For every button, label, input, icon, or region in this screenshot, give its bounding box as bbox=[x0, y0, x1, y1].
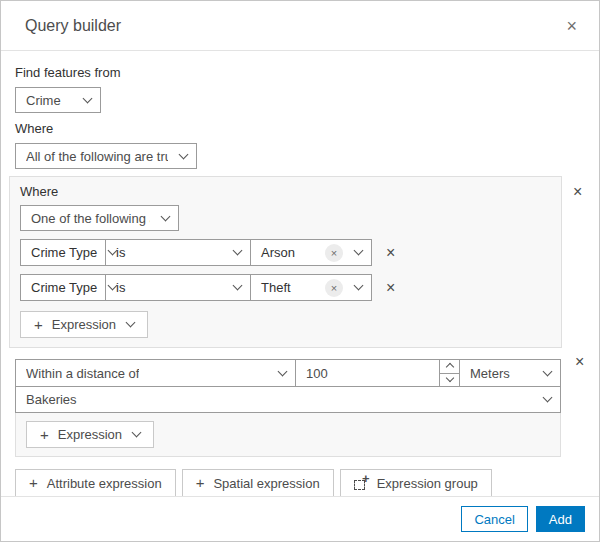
remove-expression-icon[interactable]: × bbox=[384, 245, 397, 261]
remove-value-chip-icon[interactable]: × bbox=[325, 279, 343, 297]
spatial-expression-label: Spatial expression bbox=[213, 476, 319, 491]
where-label: Where bbox=[15, 121, 585, 136]
stepper-buttons bbox=[439, 360, 459, 386]
spatial-mode-select[interactable]: Within a distance of bbox=[15, 359, 296, 387]
field-select[interactable]: Crime Type bbox=[20, 239, 106, 266]
chevron-down-icon bbox=[233, 246, 243, 256]
cancel-button[interactable]: Cancel bbox=[461, 506, 527, 532]
remove-expression-icon[interactable]: × bbox=[384, 280, 397, 296]
find-features-from-label: Find features from bbox=[15, 65, 585, 80]
plus-icon: + bbox=[196, 474, 205, 491]
units-select[interactable]: Meters bbox=[459, 359, 561, 387]
match-mode-value: All of the following are true bbox=[26, 149, 168, 164]
close-icon[interactable]: × bbox=[562, 17, 581, 35]
chevron-down-icon bbox=[179, 149, 189, 159]
chevron-down-icon bbox=[233, 281, 243, 291]
chevron-up-icon bbox=[445, 363, 453, 371]
builder-actions: + Attribute expression + Spatial express… bbox=[15, 469, 585, 497]
operator-select[interactable]: is bbox=[105, 239, 251, 266]
chevron-down-icon bbox=[161, 211, 171, 221]
stepper-down-button[interactable] bbox=[440, 373, 459, 387]
plus-icon: + bbox=[29, 474, 38, 491]
source-layer-select[interactable]: Crime bbox=[15, 87, 101, 113]
value-text: Arson bbox=[261, 245, 295, 260]
add-spatial-expression-button[interactable]: + Spatial expression bbox=[182, 469, 334, 497]
remove-value-chip-icon[interactable]: × bbox=[325, 244, 343, 262]
expression-group: Where One of the following are tr… Crime… bbox=[9, 176, 562, 348]
field-value: Crime Type bbox=[31, 245, 97, 260]
query-builder-dialog: Query builder × Find features from Crime… bbox=[0, 0, 600, 542]
add-expression-button[interactable]: + Expression bbox=[20, 311, 148, 338]
expression-row: Crime Type is Theft × bbox=[20, 274, 372, 301]
chevron-down-icon bbox=[126, 318, 136, 328]
chevron-down-icon bbox=[278, 366, 288, 376]
operator-value: is bbox=[116, 280, 125, 295]
add-expression-label: Expression bbox=[58, 427, 122, 442]
field-select[interactable]: Crime Type bbox=[20, 274, 106, 301]
add-expression-label: Expression bbox=[52, 317, 116, 332]
target-layer-select[interactable]: Bakeries bbox=[15, 386, 561, 413]
spatial-expression-group: Within a distance of Meters bbox=[15, 359, 561, 457]
target-layer-value: Bakeries bbox=[26, 392, 77, 407]
chevron-down-icon bbox=[354, 246, 364, 256]
expression-row-wrap: Crime Type is Theft × × bbox=[20, 274, 551, 301]
add-expression-group-button[interactable]: + Expression group bbox=[340, 469, 492, 497]
add-expression-button[interactable]: + Expression bbox=[26, 421, 154, 448]
page-title: Query builder bbox=[25, 17, 121, 35]
target-layer-row: Bakeries bbox=[15, 386, 561, 413]
group-match-mode-select[interactable]: One of the following are tr… bbox=[20, 205, 179, 231]
distance-input[interactable] bbox=[296, 360, 439, 386]
chevron-down-icon bbox=[83, 93, 93, 103]
plus-icon: + bbox=[34, 316, 43, 333]
chevron-down-icon bbox=[543, 366, 553, 376]
attribute-expression-label: Attribute expression bbox=[47, 476, 162, 491]
units-value: Meters bbox=[470, 366, 510, 381]
spatial-mode-value: Within a distance of bbox=[26, 366, 139, 381]
spatial-expression-row: Within a distance of Meters bbox=[15, 348, 585, 457]
spatial-group-footer: + Expression bbox=[15, 412, 561, 457]
distance-row: Within a distance of Meters bbox=[15, 359, 561, 387]
add-attribute-expression-button[interactable]: + Attribute expression bbox=[15, 469, 176, 497]
group-where-label: Where bbox=[20, 184, 551, 199]
expression-row-wrap: Crime Type is Arson × × bbox=[20, 239, 551, 266]
dialog-footer: Cancel Add bbox=[1, 496, 599, 541]
value-select[interactable]: Arson × bbox=[250, 239, 372, 266]
operator-value: is bbox=[116, 245, 125, 260]
value-select[interactable]: Theft × bbox=[250, 274, 372, 301]
expression-group-label: Expression group bbox=[377, 476, 478, 491]
value-text: Theft bbox=[261, 280, 291, 295]
plus-icon: + bbox=[40, 426, 49, 443]
operator-select[interactable]: is bbox=[105, 274, 251, 301]
chevron-down-icon bbox=[445, 374, 453, 382]
remove-group-icon[interactable]: × bbox=[571, 184, 584, 200]
dialog-header: Query builder × bbox=[1, 1, 599, 51]
field-value: Crime Type bbox=[31, 280, 97, 295]
chevron-down-icon bbox=[132, 428, 142, 438]
remove-spatial-group-icon[interactable]: × bbox=[573, 354, 586, 370]
dialog-body: Find features from Crime Where All of th… bbox=[1, 51, 599, 497]
chevron-down-icon bbox=[543, 393, 553, 403]
expression-group-row: Where One of the following are tr… Crime… bbox=[15, 176, 585, 348]
stepper-up-button[interactable] bbox=[440, 360, 459, 373]
chevron-down-icon bbox=[354, 281, 364, 291]
distance-stepper bbox=[295, 359, 460, 387]
match-mode-select[interactable]: All of the following are true bbox=[15, 143, 197, 169]
expression-row: Crime Type is Arson × bbox=[20, 239, 372, 266]
source-layer-value: Crime bbox=[26, 93, 61, 108]
add-button[interactable]: Add bbox=[536, 506, 585, 532]
expression-group-icon: + bbox=[354, 477, 369, 490]
group-match-mode-value: One of the following are tr… bbox=[31, 211, 150, 226]
